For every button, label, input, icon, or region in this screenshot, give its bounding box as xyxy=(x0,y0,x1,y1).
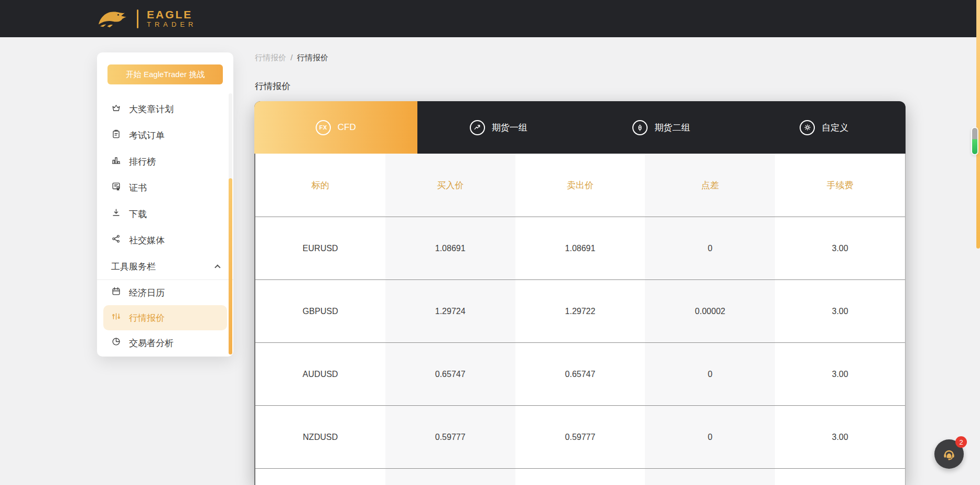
breadcrumb: 行情报价/行情报价 xyxy=(255,53,328,63)
page-scrollbar-thumb[interactable] xyxy=(972,128,977,154)
page-scrollbar-track xyxy=(976,0,980,249)
tab-futures-group-1[interactable]: 期货一组 xyxy=(417,101,580,154)
app-root: EAGLE TRADER 中文简体 xyxy=(0,0,980,485)
breadcrumb-root[interactable]: 行情报价 xyxy=(255,53,286,62)
table-row-partial xyxy=(255,469,905,485)
sidebar-item-label: 排行榜 xyxy=(129,156,156,168)
sidebar-item-label: 大奖章计划 xyxy=(129,103,174,115)
quotes-table: 标的 买入价 卖出价 点差 手续费 EURUSD 1.08691 1.08691… xyxy=(254,154,906,485)
calendar-icon xyxy=(111,286,121,299)
eagle-logo-icon xyxy=(96,6,128,31)
breadcrumb-separator: / xyxy=(290,53,293,62)
tab-bar: FX CFD 期货一组 期货二组 自定义 xyxy=(254,101,906,154)
table-cell: 1.29724 xyxy=(385,280,515,342)
leaderboard-icon xyxy=(111,155,121,168)
sidebar-item-label: 考试订单 xyxy=(129,130,165,142)
tab-label: 期货二组 xyxy=(654,122,690,134)
tab-cfd[interactable]: FX CFD xyxy=(254,101,417,154)
table-row: GBPUSD 1.29724 1.29722 0.00002 3.00 xyxy=(255,280,905,343)
app-logo: EAGLE TRADER xyxy=(96,6,197,31)
sidebar-item-certificate[interactable]: 证书 xyxy=(97,175,233,201)
certificate-icon xyxy=(111,181,121,194)
table-cell: 3.00 xyxy=(775,217,905,279)
table-cell: 3.00 xyxy=(775,280,905,342)
table-cell xyxy=(385,469,515,485)
sidebar-item-download[interactable]: 下载 xyxy=(97,201,233,227)
table-cell: 0 xyxy=(645,217,775,279)
sidebar-item-quotes[interactable]: 行情报价 xyxy=(103,305,227,330)
table-cell: 0.65747 xyxy=(515,343,645,405)
logo-text-secondary: TRADER xyxy=(147,20,197,29)
sidebar-item-social-media[interactable]: 社交媒体 xyxy=(97,227,233,253)
table-cell: 1.29722 xyxy=(515,280,645,342)
logo-text-primary: EAGLE xyxy=(147,9,197,20)
table-cell: 3.00 xyxy=(775,343,905,405)
table-cell: NZDUSD xyxy=(255,406,385,468)
table-cell: 0.59777 xyxy=(385,406,515,468)
tab-label: 期货一组 xyxy=(492,122,527,134)
quotes-icon xyxy=(111,311,121,324)
table-cell: 3.00 xyxy=(775,406,905,468)
sidebar-item-label: 交易者分析 xyxy=(129,337,174,349)
chevron-up-icon xyxy=(214,264,220,270)
social-media-icon xyxy=(111,234,121,246)
sidebar-item-leaderboard[interactable]: 排行榜 xyxy=(97,148,233,175)
page-title: 行情报价 xyxy=(255,80,290,92)
table-cell xyxy=(775,469,905,485)
table-cell: 0 xyxy=(645,406,775,468)
table-header-row: 标的 买入价 卖出价 点差 手续费 xyxy=(255,154,905,217)
table-cell: 1.08691 xyxy=(515,217,645,279)
start-challenge-button[interactable]: 开始 EagleTrader 挑战 xyxy=(107,64,223,84)
sidebar: 开始 EagleTrader 挑战 大奖章计划 考试订单 排行榜 xyxy=(97,52,233,357)
breadcrumb-current: 行情报价 xyxy=(297,53,328,62)
sidebar-item-label: 行情报价 xyxy=(129,312,165,324)
table-row: EURUSD 1.08691 1.08691 0 3.00 xyxy=(255,217,905,280)
support-chat-button[interactable]: 2 xyxy=(934,439,964,469)
table-row: NZDUSD 0.59777 0.59777 0 3.00 xyxy=(255,406,905,469)
sidebar-item-trader-analysis[interactable]: 交易者分析 xyxy=(97,330,233,355)
trending-up-icon xyxy=(470,120,485,135)
tab-futures-group-2[interactable]: 期货二组 xyxy=(580,101,743,154)
logo-divider xyxy=(137,9,138,28)
column-header: 标的 xyxy=(255,154,385,217)
tab-label: 自定义 xyxy=(822,122,848,134)
table-cell xyxy=(645,469,775,485)
table-cell: 0.00002 xyxy=(645,280,775,342)
download-icon xyxy=(111,208,121,220)
sidebar-item-exam-orders[interactable]: 考试订单 xyxy=(97,122,233,148)
column-header: 卖出价 xyxy=(515,154,645,217)
table-cell: AUDUSD xyxy=(255,343,385,405)
headset-agent-icon xyxy=(941,446,957,462)
sidebar-item-medal-plan[interactable]: 大奖章计划 xyxy=(97,96,233,122)
trader-analysis-icon xyxy=(111,337,121,349)
table-cell: 0.59777 xyxy=(515,406,645,468)
sidebar-nav: 大奖章计划 考试订单 排行榜 证书 xyxy=(97,96,233,355)
table-cell: 0.65747 xyxy=(385,343,515,405)
sidebar-section-tools[interactable]: 工具服务栏 xyxy=(97,253,233,279)
exam-orders-icon xyxy=(111,129,121,142)
medal-plan-icon xyxy=(111,103,121,115)
candlestick-icon xyxy=(632,120,648,135)
gear-icon xyxy=(800,120,815,135)
table-cell xyxy=(515,469,645,485)
fx-circle-icon: FX xyxy=(316,120,331,135)
sidebar-item-economic-calendar[interactable]: 经济日历 xyxy=(97,280,233,305)
quotes-card: FX CFD 期货一组 期货二组 自定义 xyxy=(254,101,906,485)
table-cell: 1.08691 xyxy=(385,217,515,279)
chat-unread-badge: 2 xyxy=(955,436,967,448)
app-header: EAGLE TRADER 中文简体 xyxy=(0,0,980,37)
sidebar-item-label: 证书 xyxy=(129,182,147,194)
tab-custom[interactable]: 自定义 xyxy=(743,101,906,154)
sidebar-section-label: 工具服务栏 xyxy=(111,261,156,273)
sidebar-item-label: 社交媒体 xyxy=(129,234,165,246)
sidebar-item-label: 经济日历 xyxy=(129,287,165,299)
sidebar-item-label: 下载 xyxy=(129,208,147,220)
table-cell: GBPUSD xyxy=(255,280,385,342)
table-cell: EURUSD xyxy=(255,217,385,279)
sidebar-scrollbar-thumb[interactable] xyxy=(229,178,232,354)
column-header: 点差 xyxy=(645,154,775,217)
tab-label: CFD xyxy=(338,122,356,133)
table-cell: 0 xyxy=(645,343,775,405)
column-header: 买入价 xyxy=(385,154,515,217)
table-row: AUDUSD 0.65747 0.65747 0 3.00 xyxy=(255,343,905,406)
